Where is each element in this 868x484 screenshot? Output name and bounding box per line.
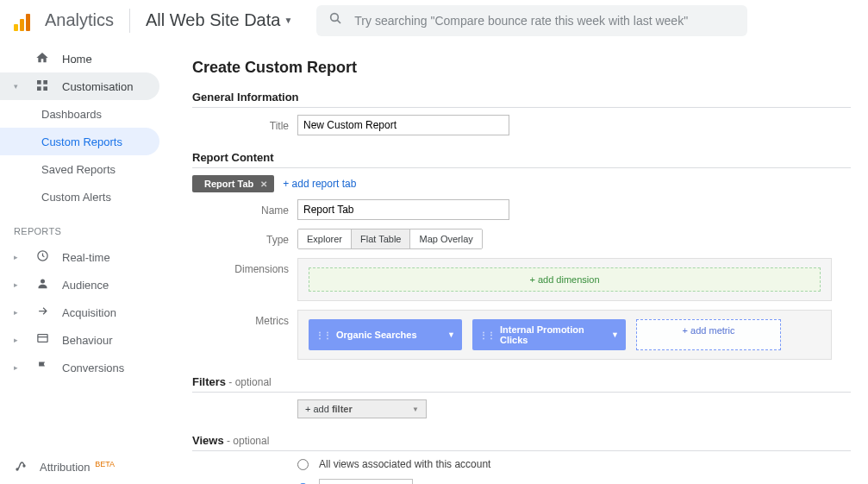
- label-title: Title: [192, 115, 297, 132]
- acquisition-icon: [34, 305, 50, 320]
- label-dimensions: Dimensions: [192, 258, 297, 275]
- svg-rect-5: [37, 86, 41, 91]
- nav-realtime[interactable]: ▸ Real-time: [0, 243, 166, 271]
- attribution-icon: [14, 459, 28, 475]
- analytics-logo-icon: [14, 10, 34, 31]
- nav-conversions-label: Conversions: [62, 361, 124, 374]
- label-type: Type: [192, 229, 297, 246]
- expand-icon: ▸: [14, 336, 21, 344]
- nav-behaviour-label: Behaviour: [62, 334, 113, 347]
- metric-internal-promotion-clicks[interactable]: ⋮⋮ Internal Promotion Clicks ▼: [472, 319, 626, 350]
- nav-acquisition[interactable]: ▸ Acquisition: [0, 299, 166, 326]
- svg-rect-3: [43, 80, 47, 85]
- subnav-custom-reports[interactable]: Custom Reports: [0, 128, 159, 155]
- expand-icon: ▸: [14, 280, 21, 289]
- drag-handle-icon: ⋮⋮: [479, 330, 495, 340]
- divider: [129, 9, 130, 33]
- nav-realtime-label: Real-time: [62, 251, 110, 264]
- nav-customisation[interactable]: ▾ Customisation: [0, 72, 159, 100]
- search-placeholder: Try searching "Compare bounce rate this …: [354, 14, 688, 28]
- nav-attribution-label: Attribution: [40, 461, 91, 474]
- radio-all-views[interactable]: [297, 459, 309, 470]
- nav-conversions[interactable]: ▸ Conversions: [0, 354, 166, 381]
- customisation-icon: [34, 79, 50, 95]
- chevron-down-icon: ▼: [447, 330, 455, 339]
- expand-icon: ▸: [14, 308, 21, 317]
- chevron-down-icon: ▼: [611, 330, 619, 339]
- clock-icon: [34, 249, 50, 265]
- metrics-area: ⋮⋮ Organic Searches ▼ ⋮⋮ Internal Promot…: [297, 310, 832, 360]
- nav-home-label: Home: [62, 53, 92, 66]
- drag-handle-icon: ⋮⋮: [315, 330, 331, 340]
- svg-point-10: [16, 468, 18, 470]
- nav-audience-label: Audience: [62, 279, 109, 292]
- type-explorer[interactable]: Explorer: [298, 229, 352, 248]
- report-tab-name: Report Tab: [204, 179, 253, 189]
- add-metric-button[interactable]: + add metric: [636, 319, 781, 350]
- svg-point-0: [331, 14, 339, 22]
- subnav-custom-alerts[interactable]: Custom Alerts: [0, 183, 166, 211]
- section-views: Views - optional: [192, 434, 851, 451]
- close-icon[interactable]: ✕: [260, 179, 267, 189]
- section-general-info: General Information: [192, 91, 851, 108]
- chevron-down-icon: ▼: [412, 405, 419, 413]
- svg-point-11: [23, 465, 25, 467]
- add-report-tab-link[interactable]: + add report tab: [283, 178, 356, 190]
- add-filter-dropdown[interactable]: + add filter ▼: [297, 399, 427, 418]
- type-flat-table[interactable]: Flat Table: [352, 229, 411, 248]
- metric-organic-searches[interactable]: ⋮⋮ Organic Searches ▼: [309, 319, 462, 350]
- main-content: Create Custom Report General Information…: [166, 41, 868, 484]
- type-map-overlay[interactable]: Map Overlay: [410, 229, 481, 248]
- nav-audience[interactable]: ▸ Audience: [0, 271, 166, 299]
- behaviour-icon: [34, 332, 50, 348]
- nav-customisation-label: Customisation: [62, 80, 133, 93]
- svg-point-7: [41, 280, 45, 284]
- subnav-dashboards[interactable]: Dashboards: [0, 100, 166, 128]
- type-selector: Explorer Flat Table Map Overlay: [297, 229, 483, 249]
- svg-rect-4: [43, 86, 47, 91]
- expand-icon: ▸: [14, 363, 21, 372]
- caret-down-icon: ▼: [284, 16, 292, 25]
- page-title: Create Custom Report: [192, 59, 851, 77]
- expand-icon: ▸: [14, 253, 21, 261]
- views-selected-dropdown[interactable]: 1 view selected ▼: [319, 479, 413, 484]
- search-bar[interactable]: Try searching "Compare bounce rate this …: [316, 5, 747, 36]
- view-name: All Web Site Data: [146, 10, 280, 30]
- radio-all-views-label: All views associated with this account: [319, 458, 490, 470]
- report-tab-pill[interactable]: Report Tab ✕: [192, 175, 274, 192]
- nav-home[interactable]: Home: [0, 45, 166, 72]
- dimensions-area: + add dimension: [297, 258, 832, 301]
- svg-rect-8: [37, 335, 47, 343]
- section-filters: Filters - optional: [192, 375, 851, 393]
- sidebar: Home ▾ Customisation Dashboards Custom R…: [0, 41, 166, 484]
- product-name: Analytics: [45, 10, 114, 30]
- metric-label: Internal Promotion Clicks: [500, 324, 606, 345]
- app-header: Analytics All Web Site Data ▼ Try search…: [0, 0, 868, 41]
- svg-line-1: [337, 20, 340, 23]
- add-dimension-button[interactable]: + add dimension: [309, 267, 821, 292]
- metric-label: Organic Searches: [336, 330, 442, 340]
- beta-badge: BETA: [95, 460, 115, 468]
- flag-icon: [34, 360, 50, 375]
- view-selector[interactable]: All Web Site Data ▼: [146, 10, 292, 30]
- label-name: Name: [192, 199, 297, 217]
- input-tab-name[interactable]: [297, 199, 509, 220]
- reports-section-label: REPORTS: [0, 211, 166, 243]
- collapse-icon: ▾: [14, 82, 21, 91]
- search-icon: [328, 11, 342, 29]
- svg-rect-2: [37, 80, 41, 85]
- person-icon: [34, 277, 50, 292]
- nav-acquisition-label: Acquisition: [62, 306, 116, 319]
- label-metrics: Metrics: [192, 310, 297, 327]
- nav-attribution[interactable]: Attribution BETA: [0, 449, 166, 484]
- nav-behaviour[interactable]: ▸ Behaviour: [0, 326, 166, 354]
- input-report-title[interactable]: [297, 115, 509, 135]
- home-icon: [34, 51, 50, 67]
- section-report-content: Report Content: [192, 151, 851, 168]
- subnav-saved-reports[interactable]: Saved Reports: [0, 155, 166, 183]
